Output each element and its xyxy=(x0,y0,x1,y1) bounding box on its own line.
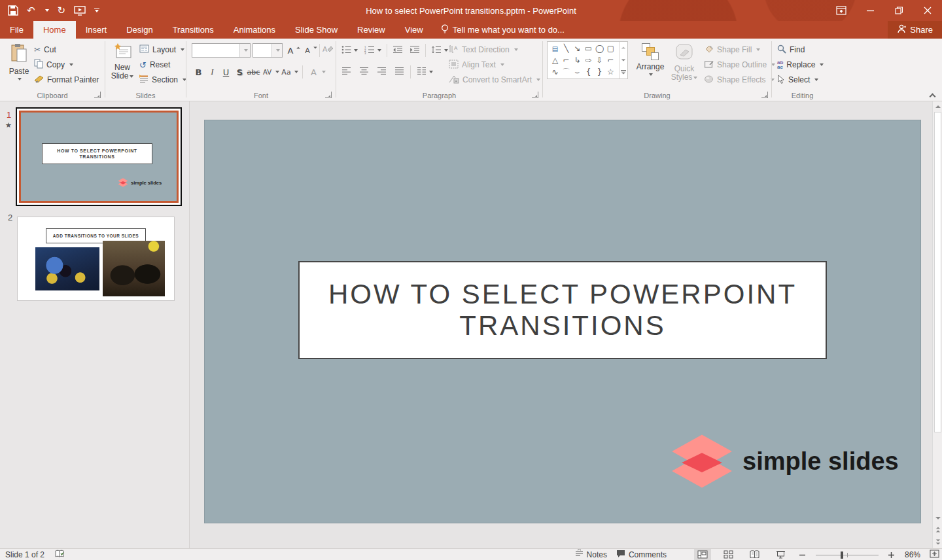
slide-canvas[interactable]: HOW TO SELECT POWERPOINT TRANSITIONS sim… xyxy=(190,101,932,548)
bullets-dropdown-icon[interactable] xyxy=(354,49,358,52)
undo-icon[interactable]: ↶ xyxy=(27,5,35,16)
paragraph-dialog-launcher-icon[interactable] xyxy=(532,92,538,98)
change-case-button[interactable]: Aa xyxy=(279,65,293,79)
italic-button[interactable]: I xyxy=(205,65,219,79)
shapes-scroll-down-icon[interactable] xyxy=(619,54,627,67)
undo-dropdown-icon[interactable] xyxy=(45,9,49,12)
tab-animations[interactable]: Animations xyxy=(224,21,285,39)
customize-quick-access-toolbar-icon[interactable] xyxy=(94,9,99,13)
fit-slide-to-window-icon[interactable] xyxy=(930,550,939,560)
bold-button[interactable]: B xyxy=(192,65,205,79)
minimize-icon[interactable] xyxy=(856,0,884,21)
format-painter-button[interactable]: Format Painter xyxy=(34,73,99,87)
shape-fill-button[interactable]: Shape Fill xyxy=(704,43,760,57)
font-color-dropdown-icon[interactable] xyxy=(322,71,326,73)
convert-to-smartart-button[interactable]: Convert to SmartArt xyxy=(449,73,540,87)
tell-me-box[interactable]: Tell me what you want to do... xyxy=(433,21,572,39)
copy-dropdown-icon[interactable] xyxy=(69,63,73,66)
character-spacing-button[interactable]: AV xyxy=(260,65,274,79)
slide-title-box[interactable]: HOW TO SELECT POWERPOINT TRANSITIONS xyxy=(298,261,827,359)
close-icon[interactable] xyxy=(913,0,942,21)
bullets-icon[interactable] xyxy=(341,45,351,56)
shape-rounded-rectangle-icon[interactable]: ▢ xyxy=(605,43,616,54)
transition-star-icon[interactable]: ★ xyxy=(5,121,12,130)
tab-design[interactable]: Design xyxy=(116,21,162,39)
change-case-dropdown-icon[interactable] xyxy=(294,71,298,73)
zoom-in-icon[interactable] xyxy=(888,550,896,560)
shape-down-arrow-icon[interactable]: ⇩ xyxy=(594,54,605,66)
justify-icon[interactable] xyxy=(394,67,404,77)
grow-font-button[interactable]: A xyxy=(286,43,301,58)
tab-insert[interactable]: Insert xyxy=(76,21,117,39)
new-slide-button[interactable]: New Slide xyxy=(107,41,137,89)
clear-formatting-button[interactable]: A xyxy=(323,43,333,58)
shape-arc-icon[interactable]: ⌒ xyxy=(561,66,572,78)
shapes-gallery[interactable]: ▤ ╲ ↘ ▭ ◯ ▢ △ ⌐ ↳ ⇨ ⇩ ⌐ ∿ ⌒ ⌣ { } ☆ xyxy=(547,41,628,79)
font-name-dropdown-icon[interactable] xyxy=(244,49,248,52)
scroll-up-icon[interactable] xyxy=(933,101,942,111)
cut-button[interactable]: ✂ Cut xyxy=(34,43,56,57)
shape-star-icon[interactable]: ☆ xyxy=(605,66,616,78)
normal-view-button[interactable] xyxy=(694,549,711,560)
save-icon[interactable] xyxy=(8,5,18,16)
collapse-ribbon-icon[interactable] xyxy=(928,91,937,100)
arrange-button[interactable]: Arrange xyxy=(633,41,667,89)
shape-effects-button[interactable]: Shape Effects xyxy=(704,73,775,87)
strikethrough-button[interactable]: abc xyxy=(247,65,260,79)
align-text-dropdown-icon[interactable] xyxy=(500,63,504,66)
font-color-button[interactable]: A xyxy=(307,65,321,79)
underline-button[interactable]: U xyxy=(219,65,233,79)
replace-dropdown-icon[interactable] xyxy=(820,63,824,66)
arrange-dropdown-icon[interactable] xyxy=(649,73,653,76)
slide-show-view-button[interactable] xyxy=(773,549,790,560)
current-slide[interactable]: HOW TO SELECT POWERPOINT TRANSITIONS sim… xyxy=(204,120,921,523)
vertical-scrollbar[interactable] xyxy=(932,101,942,548)
increase-indent-icon[interactable] xyxy=(410,45,420,56)
slide-thumbnail-2[interactable]: ADD TRANSITIONS TO YOUR SLIDES xyxy=(17,217,175,301)
text-direction-dropdown-icon[interactable] xyxy=(514,48,518,51)
shape-corner-icon[interactable]: ⌐ xyxy=(605,54,616,66)
select-dropdown-icon[interactable] xyxy=(814,79,818,81)
shape-right-brace-icon[interactable]: } xyxy=(594,66,605,78)
spell-check-icon[interactable] xyxy=(55,550,65,560)
line-spacing-dropdown-icon[interactable] xyxy=(444,49,448,52)
shape-outline-button[interactable]: Shape Outline xyxy=(704,58,775,72)
columns-dropdown-icon[interactable] xyxy=(429,71,433,73)
layout-button[interactable]: Layout xyxy=(139,43,184,57)
next-slide-button[interactable] xyxy=(933,537,942,547)
align-right-icon[interactable] xyxy=(377,67,387,77)
text-direction-button[interactable]: A Text Direction xyxy=(449,43,518,57)
redo-icon[interactable]: ↻ xyxy=(58,5,66,16)
shape-text-box-icon[interactable]: ▤ xyxy=(550,43,561,54)
shape-curve-icon[interactable]: ⌣ xyxy=(572,66,583,78)
align-left-icon[interactable] xyxy=(341,67,351,77)
quick-styles-button[interactable]: Quick Styles xyxy=(669,41,700,89)
shape-elbow-arrow-connector-icon[interactable]: ↳ xyxy=(572,54,583,66)
clipboard-dialog-launcher-icon[interactable] xyxy=(94,92,101,98)
slide-sorter-view-button[interactable] xyxy=(720,549,737,560)
slide-logo[interactable]: simple slides xyxy=(671,433,899,489)
section-button[interactable]: Section xyxy=(139,73,186,87)
reset-button[interactable]: ↺ Reset xyxy=(139,58,170,72)
shape-right-arrow-icon[interactable]: ⇨ xyxy=(583,54,594,66)
shapes-gallery-more-icon[interactable] xyxy=(619,66,627,79)
shape-elbow-connector-icon[interactable]: ⌐ xyxy=(561,54,572,66)
restore-icon[interactable] xyxy=(884,0,913,21)
zoom-slider[interactable] xyxy=(816,551,879,559)
paste-button[interactable]: Paste xyxy=(4,41,34,89)
font-size-combo[interactable] xyxy=(253,43,283,58)
shape-scribble-icon[interactable]: ∿ xyxy=(550,66,561,78)
shape-rectangle-icon[interactable]: ▭ xyxy=(583,43,594,54)
select-button[interactable]: Select xyxy=(777,73,818,87)
shape-line-icon[interactable]: ╲ xyxy=(561,43,572,54)
align-text-button[interactable]: Align Text xyxy=(449,58,504,72)
zoom-out-icon[interactable] xyxy=(799,550,807,560)
share-button[interactable]: Share xyxy=(888,21,942,39)
previous-slide-button[interactable] xyxy=(933,525,942,534)
tab-transitions[interactable]: Transitions xyxy=(163,21,224,39)
font-size-dropdown-icon[interactable] xyxy=(276,49,280,52)
shape-triangle-icon[interactable]: △ xyxy=(550,54,561,66)
tab-view[interactable]: View xyxy=(395,21,433,39)
shape-left-brace-icon[interactable]: { xyxy=(583,66,594,78)
slide-thumbnail-1[interactable]: HOW TO SELECT POWERPOINT TRANSITIONS sim… xyxy=(16,107,182,206)
